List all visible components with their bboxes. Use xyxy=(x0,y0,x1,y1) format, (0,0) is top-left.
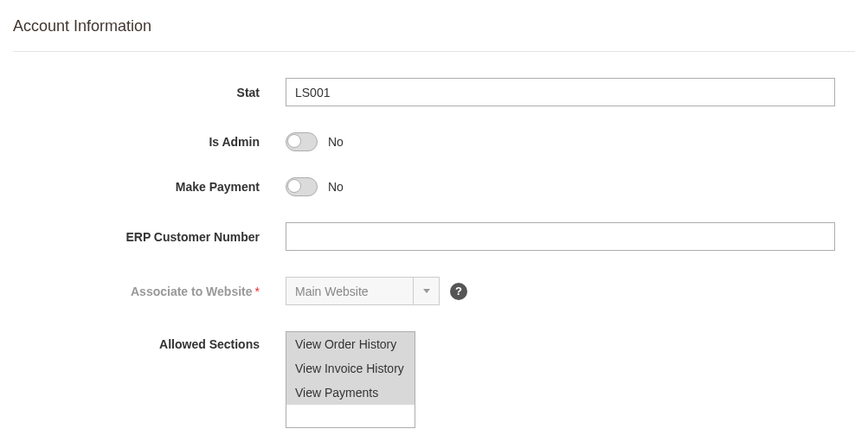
allowed-sections-option[interactable]: View Invoice History xyxy=(286,356,415,381)
stat-label: Stat xyxy=(13,86,286,99)
field-row-allowed-sections: Allowed Sections View Order History View… xyxy=(13,331,855,428)
stat-input[interactable] xyxy=(286,78,835,106)
allowed-sections-multiselect[interactable]: View Order History View Invoice History … xyxy=(286,331,415,428)
is-admin-label: Is Admin xyxy=(13,135,286,149)
associate-to-website-arrow[interactable] xyxy=(414,277,440,305)
allowed-sections-option[interactable]: View Payments xyxy=(286,381,415,405)
allowed-sections-label: Allowed Sections xyxy=(13,331,286,351)
field-row-stat: Stat xyxy=(13,78,855,106)
allowed-sections-empty xyxy=(286,405,415,427)
help-icon[interactable]: ? xyxy=(450,283,467,300)
make-payment-value: No xyxy=(328,180,344,194)
field-row-is-admin: Is Admin No xyxy=(13,132,855,151)
is-admin-value: No xyxy=(328,135,344,149)
field-row-erp-customer-number: ERP Customer Number xyxy=(13,222,855,251)
make-payment-label: Make Payment xyxy=(13,180,286,194)
erp-customer-number-label: ERP Customer Number xyxy=(13,230,286,244)
allowed-sections-option[interactable]: View Order History xyxy=(286,332,415,356)
field-row-make-payment: Make Payment No xyxy=(13,177,855,196)
make-payment-toggle[interactable] xyxy=(286,177,318,196)
is-admin-toggle[interactable] xyxy=(286,132,318,151)
erp-customer-number-input[interactable] xyxy=(286,222,835,251)
associate-to-website-select[interactable]: Main Website xyxy=(286,277,414,305)
associate-to-website-label: Associate to Website* xyxy=(13,285,286,298)
field-row-associate-to-website: Associate to Website* Main Website ? xyxy=(13,277,855,305)
required-mark-icon: * xyxy=(255,285,260,298)
chevron-down-icon xyxy=(423,289,430,293)
section-title: Account Information xyxy=(13,17,855,52)
